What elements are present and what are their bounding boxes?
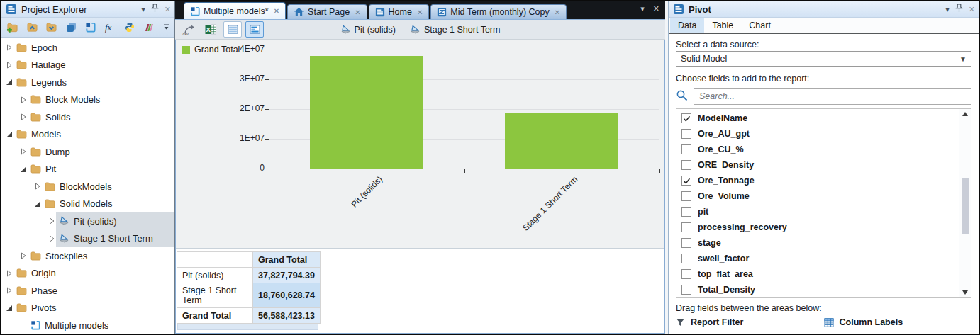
- tab-start-page[interactable]: Start Page✕: [287, 4, 367, 19]
- tree-item-epoch[interactable]: Epoch: [1, 39, 174, 57]
- tree-item-stage-1-short-term[interactable]: Stage 1 Short Term: [1, 230, 174, 248]
- twisty-expanded-icon[interactable]: [18, 166, 28, 173]
- pivot-grid-icon[interactable]: [82, 20, 99, 35]
- function-fx-icon[interactable]: fx: [102, 20, 119, 35]
- twisty-collapsed-icon[interactable]: [33, 183, 42, 190]
- twisty-collapsed-icon[interactable]: [18, 96, 28, 103]
- row-value-cell[interactable]: 56,588,423.13: [253, 308, 321, 324]
- tree-item-multiple-models[interactable]: Multiple models: [1, 317, 174, 334]
- tab-mid-term-monthly-copy[interactable]: Mid Term (monthly) Copy✕: [430, 4, 567, 19]
- bar-pit-solids[interactable]: [310, 56, 423, 169]
- scroll-up-icon[interactable]: [959, 112, 971, 116]
- twisty-collapsed-icon[interactable]: [4, 44, 13, 51]
- bar-chart-icon[interactable]: [245, 21, 264, 38]
- checkbox-icon[interactable]: [681, 222, 691, 232]
- field-top-flat-area[interactable]: top_flat_area: [676, 266, 959, 282]
- tab-close-icon[interactable]: ✕: [274, 7, 279, 15]
- tree-item-blockmodels[interactable]: BlockModels: [1, 178, 174, 195]
- tree-item-phase[interactable]: Phase: [1, 282, 174, 300]
- twisty-collapsed-icon[interactable]: [4, 62, 13, 69]
- data-source-select[interactable]: Solid Model ▼: [676, 51, 971, 67]
- tab-multiple-models[interactable]: Multiple models*✕: [184, 2, 286, 19]
- model-chip-pit-solids[interactable]: Pit (solids): [340, 25, 396, 35]
- close-icon[interactable]: ✕: [165, 6, 171, 13]
- toolbar-overflow-icon[interactable]: [160, 20, 172, 35]
- table-view-icon[interactable]: [223, 21, 242, 38]
- field-stage[interactable]: stage: [676, 235, 959, 251]
- bar-stage-1-short-term[interactable]: [505, 113, 618, 169]
- checkbox-icon[interactable]: [681, 129, 691, 139]
- tab-home[interactable]: Home✕: [369, 4, 430, 19]
- field-ore-volume[interactable]: Ore_Volume: [676, 188, 959, 204]
- tree-item-pit[interactable]: Pit: [1, 161, 174, 178]
- tab-close-icon[interactable]: ✕: [417, 8, 423, 16]
- twisty-collapsed-icon[interactable]: [18, 252, 28, 259]
- tree-item-models[interactable]: Models: [1, 126, 174, 144]
- checkbox-icon[interactable]: [681, 144, 691, 154]
- field-modelname[interactable]: ModelName: [676, 110, 959, 126]
- excel-icon[interactable]: X: [201, 21, 220, 38]
- pivot-tab-table[interactable]: Table: [704, 18, 741, 33]
- tab-close-icon[interactable]: ✕: [653, 5, 659, 13]
- tree-item-solids[interactable]: Solids: [1, 108, 174, 126]
- checkbox-icon[interactable]: [681, 160, 691, 170]
- tree-item-pit-solids[interactable]: Pit (solids): [1, 212, 174, 230]
- checkbox-icon[interactable]: [681, 238, 691, 248]
- twisty-collapsed-icon[interactable]: [4, 287, 13, 294]
- checkbox-icon[interactable]: [681, 254, 691, 263]
- twisty-collapsed-icon[interactable]: [47, 235, 56, 242]
- scrollbar-thumb[interactable]: [962, 178, 969, 234]
- folder-expand-icon[interactable]: [43, 20, 60, 35]
- tab-close-icon[interactable]: ✕: [555, 8, 560, 16]
- checkbox-icon[interactable]: [681, 207, 691, 217]
- twisty-expanded-icon[interactable]: [4, 131, 13, 138]
- tree-item-block-models[interactable]: Block Models: [1, 91, 174, 109]
- field-processing-recovery[interactable]: processing_recovery: [676, 220, 959, 235]
- tree-item-legends[interactable]: Legends: [1, 74, 174, 91]
- field-pit[interactable]: pit: [676, 204, 959, 220]
- tree-item-origin[interactable]: Origin: [1, 265, 174, 283]
- new-folder-icon[interactable]: [4, 20, 21, 35]
- pivot-tab-chart[interactable]: Chart: [741, 18, 779, 33]
- scroll-down-icon[interactable]: [959, 290, 971, 295]
- checkbox-checked-icon[interactable]: [681, 176, 691, 186]
- twisty-collapsed-icon[interactable]: [18, 113, 28, 120]
- tree-item-dump[interactable]: Dump: [1, 143, 174, 161]
- twisty-collapsed-icon[interactable]: [47, 217, 56, 225]
- twisty-expanded-icon[interactable]: [4, 79, 13, 86]
- tab-list-chevron-icon[interactable]: ▾: [640, 5, 645, 13]
- tab-close-icon[interactable]: ✕: [355, 8, 360, 16]
- twisty-collapsed-icon[interactable]: [4, 270, 13, 277]
- field-list-scrollbar[interactable]: [959, 109, 971, 297]
- field-total-density[interactable]: Total_Density: [676, 282, 959, 297]
- search-input[interactable]: [694, 88, 971, 105]
- tree-item-pivots[interactable]: Pivots: [1, 300, 174, 317]
- row-value-cell[interactable]: 18,760,628.74: [253, 283, 321, 308]
- close-icon[interactable]: ✕: [969, 6, 975, 13]
- row-label-cell[interactable]: Stage 1 Short Term: [177, 283, 253, 308]
- area-column-labels[interactable]: Column Labels: [824, 317, 972, 327]
- checkbox-icon[interactable]: [681, 191, 691, 201]
- field-ore-density[interactable]: ORE_Density: [676, 157, 959, 173]
- checkbox-icon[interactable]: [681, 269, 691, 279]
- model-chip-stage-1-short-term[interactable]: Stage 1 Short Term: [410, 25, 500, 35]
- folder-collapse-icon[interactable]: [24, 20, 41, 35]
- pin-icon[interactable]: [151, 3, 159, 16]
- csv-export-icon[interactable]: csv: [179, 21, 198, 38]
- chevron-down-icon[interactable]: ▾: [141, 6, 145, 13]
- copy-layers-icon[interactable]: [63, 20, 80, 35]
- field-ore-cu[interactable]: Ore_CU_%: [676, 142, 959, 157]
- field-ore-au-gpt[interactable]: Ore_AU_gpt: [676, 126, 959, 142]
- row-value-cell[interactable]: 37,827,794.39: [253, 268, 321, 283]
- row-label-cell[interactable]: Pit (solids): [177, 268, 253, 283]
- twisty-collapsed-icon[interactable]: [18, 148, 28, 155]
- checkbox-checked-icon[interactable]: [681, 113, 691, 123]
- tree-item-stockpiles[interactable]: Stockpiles: [1, 247, 174, 265]
- twisty-expanded-icon[interactable]: [4, 305, 13, 312]
- color-legend-icon[interactable]: [141, 20, 158, 35]
- twisty-expanded-icon[interactable]: [33, 200, 42, 208]
- pin-icon[interactable]: [955, 3, 963, 16]
- area-report-filter[interactable]: Report Filter: [676, 317, 824, 327]
- chevron-down-icon[interactable]: ▾: [945, 6, 950, 13]
- field-swell-factor[interactable]: swell_factor: [676, 251, 959, 266]
